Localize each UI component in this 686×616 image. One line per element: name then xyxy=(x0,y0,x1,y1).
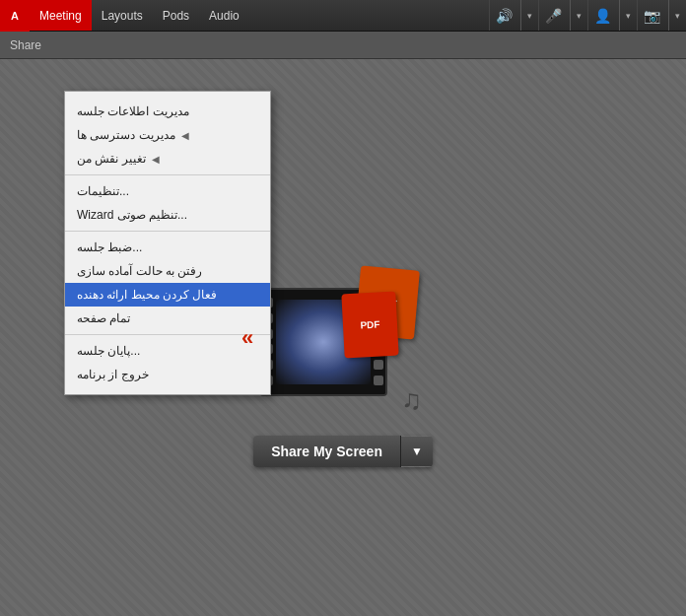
dropdown-section-1: مدیریت اطلاعات جلسه ◀ مدیریت دسترسی ها ◀… xyxy=(65,96,270,174)
dropdown-section-3: ...ضبط جلسه رفتن به حالت آماده سازی فعال… xyxy=(65,231,270,334)
share-my-screen-dropdown[interactable]: ▼ xyxy=(401,437,433,466)
mic-btn[interactable]: 🎤 xyxy=(538,0,570,31)
secondary-bar: Share xyxy=(0,32,686,59)
speaker-btn[interactable]: 🔊 xyxy=(489,0,520,31)
user-btn[interactable]: 👤 xyxy=(587,0,619,31)
menu-settings[interactable]: ...تنظیمات xyxy=(65,179,270,203)
speaker-icon: 🔊 xyxy=(496,8,513,24)
menu-presenter-view[interactable]: فعال کردن محیط ارائه دهنده xyxy=(65,283,270,307)
menu-full-screen[interactable]: تمام صفحه xyxy=(65,307,270,330)
menu-session-setup[interactable]: ...ضبط جلسه xyxy=(65,236,270,259)
menu-manage-access[interactable]: ◀ مدیریت دسترسی ها xyxy=(65,123,270,147)
menu-exit-app[interactable]: خروج از برنامه xyxy=(65,363,270,386)
share-label: Share xyxy=(10,38,41,52)
menu-item-pods[interactable]: Pods xyxy=(153,0,199,31)
mic-dropdown[interactable]: ▾ xyxy=(570,0,587,31)
adobe-logo[interactable]: A xyxy=(0,0,30,32)
submenu-arrow-access: ◀ xyxy=(181,130,189,141)
camera-dropdown[interactable]: ▾ xyxy=(668,0,686,31)
share-my-screen-container: Share My Screen ▼ xyxy=(253,436,433,467)
film-hole xyxy=(374,360,383,370)
camera-btn[interactable]: 📷 xyxy=(637,0,668,31)
submenu-arrow-role: ◀ xyxy=(152,154,160,165)
menu-item-layouts[interactable]: Layouts xyxy=(92,0,153,31)
toolbar-right: 🔊 ▾ 🎤 ▾ 👤 ▾ 📷 ▾ xyxy=(489,0,686,31)
film-hole xyxy=(374,376,383,385)
mic-icon: 🎤 xyxy=(545,8,562,24)
menu-item-audio[interactable]: Audio xyxy=(199,0,249,31)
red-arrows-indicator: « xyxy=(241,325,253,351)
camera-icon: 📷 xyxy=(644,8,660,24)
speaker-dropdown[interactable]: ▾ xyxy=(520,0,538,31)
user-dropdown[interactable]: ▾ xyxy=(619,0,637,31)
center-graphic: PPT PDF ♫ Share My Screen ▼ xyxy=(253,268,433,467)
main-content: مدیریت اطلاعات جلسه ◀ مدیریت دسترسی ها ◀… xyxy=(0,59,686,616)
pdf-card: PDF xyxy=(341,291,398,358)
menu-items: Meeting Layouts Pods Audio xyxy=(30,0,249,31)
user-icon: 👤 xyxy=(594,8,611,24)
menu-audio-wizard[interactable]: ...تنظیم صوتی Wizard xyxy=(65,203,270,227)
menu-manage-meeting[interactable]: مدیریت اطلاعات جلسه xyxy=(65,100,270,123)
music-note-icon: ♫ xyxy=(401,384,422,416)
share-dropdown-arrow: ▼ xyxy=(411,445,423,458)
dropdown-section-4: ...پایان جلسه خروج از برنامه xyxy=(65,334,270,390)
menu-prepare-mode[interactable]: رفتن به حالت آماده سازی xyxy=(65,259,270,283)
share-my-screen-button[interactable]: Share My Screen xyxy=(253,436,401,467)
media-icon: PPT PDF ♫ xyxy=(259,268,427,416)
menu-change-role[interactable]: ◀ تغییر نقش من xyxy=(65,147,270,171)
menu-item-meeting[interactable]: Meeting xyxy=(30,0,92,31)
menu-end-meeting[interactable]: ...پایان جلسه xyxy=(65,339,270,363)
meeting-dropdown-menu: مدیریت اطلاعات جلسه ◀ مدیریت دسترسی ها ◀… xyxy=(64,91,271,395)
menubar: A Meeting Layouts Pods Audio 🔊 ▾ 🎤 ▾ 👤 ▾… xyxy=(0,0,686,32)
dropdown-section-2: ...تنظیمات ...تنظیم صوتی Wizard xyxy=(65,174,270,231)
